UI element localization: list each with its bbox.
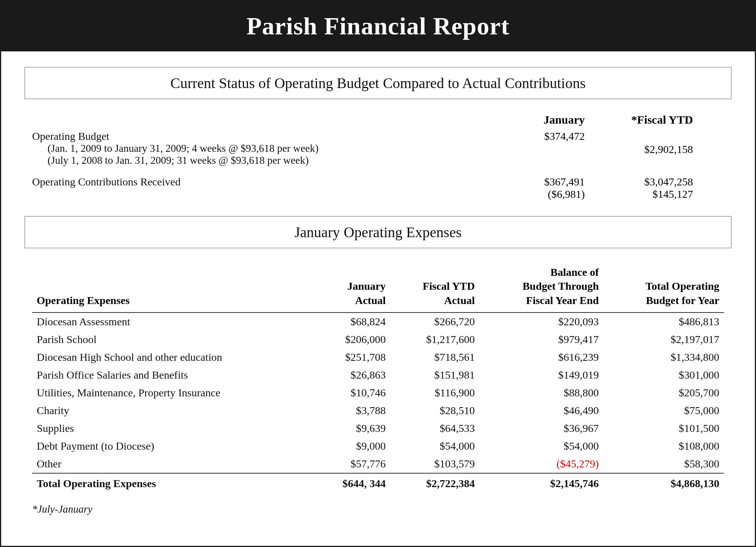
expense-fiscal-ytd: $64,533: [390, 420, 480, 437]
expense-fiscal-ytd: $116,900: [390, 384, 480, 402]
expenses-title: January Operating Expenses: [295, 224, 462, 240]
table-row: Parish School$206,000$1,217,600$979,417$…: [32, 331, 724, 348]
expense-label: Debt Payment (to Diocese): [32, 437, 314, 455]
fiscal-budget-value: $2,902,158: [585, 130, 693, 156]
operating-budget-section: January *Fiscal YTD Operating Budget (Ja…: [24, 113, 732, 200]
operating-budget-values: $374,472 $2,902,158: [477, 130, 724, 156]
contributions-jan-values: $367,491 ($6,981): [477, 176, 585, 200]
footnote: *July-January: [32, 503, 724, 515]
expense-balance: $220,093: [480, 313, 604, 331]
total-balance: $2,145,746: [480, 473, 604, 493]
expenses-section-box: January Operating Expenses: [24, 216, 732, 248]
table-row: Diocesan Assessment$68,824$266,720$220,0…: [32, 313, 724, 331]
table-row: Diocesan High School and other education…: [32, 348, 724, 366]
expense-fiscal-ytd: $266,720: [390, 313, 480, 331]
page-container: Parish Financial Report Current Status o…: [0, 0, 756, 547]
expense-total-budget: $205,700: [603, 384, 724, 402]
expense-label: Parish Office Salaries and Benefits: [32, 366, 314, 384]
col-label-header: Operating Expenses: [32, 262, 314, 313]
total-total_budget: $4,868,130: [603, 473, 724, 493]
expense-jan-actual: $206,000: [314, 331, 390, 348]
table-row: Other$57,776$103,579($45,279)$58,300: [32, 455, 724, 473]
expense-balance: ($45,279): [480, 455, 604, 473]
contributions-row: Operating Contributions Received $367,49…: [32, 176, 724, 200]
expense-balance: $46,490: [480, 402, 604, 420]
expense-label: Diocesan High School and other education: [32, 348, 314, 366]
expense-label: Utilities, Maintenance, Property Insuran…: [32, 384, 314, 402]
operating-budget-section-box: Current Status of Operating Budget Compa…: [24, 67, 732, 99]
contributions-values: $367,491 ($6,981) $3,047,258 $145,127: [477, 176, 724, 200]
expense-label: Parish School: [32, 331, 314, 348]
expense-jan-actual: $68,824: [314, 313, 390, 331]
expense-jan-actual: $251,708: [314, 348, 390, 366]
expense-total-budget: $101,500: [603, 420, 724, 437]
expense-total-budget: $301,000: [603, 366, 724, 384]
page-header: Parish Financial Report: [1, 1, 755, 51]
expense-fiscal-ytd: $54,000: [390, 437, 480, 455]
table-row: Parish Office Salaries and Benefits$26,8…: [32, 366, 724, 384]
col-fiscal-ytd-header: Fiscal YTD Actual: [390, 262, 480, 313]
expense-balance: $36,967: [480, 420, 604, 437]
col-header-january: January: [477, 113, 585, 126]
col-header-fiscal-ytd: *Fiscal YTD: [585, 113, 693, 126]
table-row: Utilities, Maintenance, Property Insuran…: [32, 384, 724, 402]
expense-fiscal-ytd: $28,510: [390, 402, 480, 420]
jan-budget-value: $374,472: [477, 130, 585, 156]
expense-jan-actual: $10,746: [314, 384, 390, 402]
total-label: Total Operating Expenses: [32, 473, 314, 493]
expense-balance: $616,239: [480, 348, 604, 366]
table-row: Debt Payment (to Diocese)$9,000$54,000$5…: [32, 437, 724, 455]
expense-jan-actual: $9,000: [314, 437, 390, 455]
expense-balance: $149,019: [480, 366, 604, 384]
page-content: Current Status of Operating Budget Compa…: [1, 51, 755, 531]
table-row: Charity$3,788$28,510$46,490$75,000: [32, 402, 724, 420]
expense-balance: $88,800: [480, 384, 604, 402]
expense-total-budget: $108,000: [603, 437, 724, 455]
col-balance-header: Balance of Budget Through Fiscal Year En…: [480, 262, 604, 313]
expense-fiscal-ytd: $151,981: [390, 366, 480, 384]
operating-budget-title: Current Status of Operating Budget Compa…: [170, 75, 586, 91]
expense-label: Charity: [32, 402, 314, 420]
expense-balance: $979,417: [480, 331, 604, 348]
total-jan_actual: $644, 344: [314, 473, 390, 493]
expense-label: Diocesan Assessment: [32, 313, 314, 331]
col-total-budget-header: Total Operating Budget for Year: [603, 262, 724, 313]
expense-jan-actual: $57,776: [314, 455, 390, 473]
expense-total-budget: $58,300: [603, 455, 724, 473]
expense-total-budget: $2,197,017: [603, 331, 724, 348]
expense-balance: $54,000: [480, 437, 604, 455]
expenses-table: Operating Expenses January Actual Fiscal…: [32, 262, 724, 493]
expenses-table-header: Operating Expenses January Actual Fiscal…: [32, 262, 724, 313]
expense-jan-actual: $3,788: [314, 402, 390, 420]
expenses-section: Operating Expenses January Actual Fiscal…: [24, 262, 732, 515]
expense-total-budget: $75,000: [603, 402, 724, 420]
expense-fiscal-ytd: $1,217,600: [390, 331, 480, 348]
expense-fiscal-ytd: $103,579: [390, 455, 480, 473]
expenses-total-row: Total Operating Expenses$644, 344$2,722,…: [32, 473, 724, 493]
expense-label: Other: [32, 455, 314, 473]
expense-fiscal-ytd: $718,561: [390, 348, 480, 366]
budget-col-headers: January *Fiscal YTD: [32, 113, 724, 126]
col-jan-actual-header: January Actual: [314, 262, 390, 313]
contributions-label: Operating Contributions Received: [32, 176, 477, 188]
total-fiscal_ytd: $2,722,384: [390, 473, 480, 493]
operating-budget-row: Operating Budget (Jan. 1, 2009 to Januar…: [32, 130, 724, 166]
contributions-fiscal-values: $3,047,258 $145,127: [585, 176, 693, 200]
table-row: Supplies$9,639$64,533$36,967$101,500: [32, 420, 724, 437]
page-title: Parish Financial Report: [17, 12, 739, 41]
expense-total-budget: $1,334,800: [603, 348, 724, 366]
expense-label: Supplies: [32, 420, 314, 437]
expense-total-budget: $486,813: [603, 313, 724, 331]
expense-jan-actual: $26,863: [314, 366, 390, 384]
expenses-table-body: Diocesan Assessment$68,824$266,720$220,0…: [32, 313, 724, 493]
expense-jan-actual: $9,639: [314, 420, 390, 437]
operating-budget-label: Operating Budget (Jan. 1, 2009 to Januar…: [32, 130, 477, 166]
